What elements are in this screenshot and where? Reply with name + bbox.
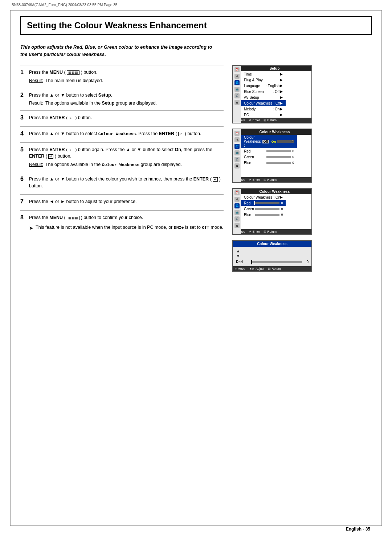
sidebar-icon-6: 🖥 (234, 100, 240, 105)
setup-screen-body: ⏰ 🔌 🌐 📺 🎵 🖥 Time ▶ Plug & Play (233, 71, 311, 118)
step-8-number: 8 (20, 211, 29, 236)
cw1-sidebar: ⏰ 🔌 🌐 📺 🎵 🖥 (233, 129, 241, 182)
red-value: 0 (306, 260, 309, 264)
setup-row-plug: Plug & Play ▶ (241, 77, 286, 83)
cw2-sidebar-icon-3: 🌐 (234, 203, 240, 208)
step-2-number: 2 (20, 88, 29, 111)
setup-menu-title: Setup (270, 66, 280, 70)
green-slider-1 (265, 156, 291, 158)
cw2-row-status: Colour Weakness : On ▶ (241, 194, 286, 200)
two-column-layout: 1 Press the MENU ( ▦▦▦ ) button. Result:… (20, 65, 372, 272)
cw2-sidebar-icon-1: ⏰ (234, 190, 240, 195)
setup-row-melody: Melody : On ▶ (241, 106, 286, 112)
cw2-screen-footer: ♦ Move ↵ Enter ⊞ Return (233, 229, 311, 234)
step-2-row: 2 Press the ▲ or ▼ button to select Setu… (20, 88, 224, 111)
step-3-number: 3 (20, 111, 29, 127)
screens-column: TV Setup ⏰ 🔌 🌐 📺 🎵 🖥 Tim (232, 65, 316, 272)
step-2-content: Press the ▲ or ▼ button to select Setup.… (29, 88, 224, 111)
cw-menu-title-1: Colour Weakness (260, 130, 290, 134)
content-area: Setting the Colour Weakness Enhancement … (20, 13, 372, 516)
setup-row-avsetup: AV Setup ▶ (241, 94, 286, 100)
title-box: Setting the Colour Weakness Enhancement (20, 16, 372, 35)
blue-slider-1 (265, 162, 291, 164)
setup-screen-footer: ♦ Move ↵ Enter ⊞ Return (233, 118, 311, 123)
step-3-content: Press the ENTER ( ↵ ) button. (29, 111, 224, 127)
step-1-content: Press the MENU ( ▦▦▦ ) button. Result: T… (29, 65, 224, 88)
cw-screen2-body: ⏰ 🔌 🌐 📺 🎵 🖥 Colour Weakness : On ▶ (233, 194, 311, 229)
setup-row-pc: PC ▶ (241, 112, 286, 118)
note-text: This feature is not available when the i… (36, 224, 223, 231)
blue-slider-2 (254, 214, 279, 216)
green-slider-2 (254, 208, 279, 210)
sidebar-icon-3: 🌐 (234, 80, 240, 85)
result-label-2: Result: (29, 100, 43, 107)
setup-screen: TV Setup ⏰ 🔌 🌐 📺 🎵 🖥 Tim (232, 65, 312, 123)
nav-arrows: ▲ ▼ (236, 248, 309, 259)
red-slider-2 (254, 202, 279, 204)
value-zero-badge: 0 (277, 140, 294, 143)
cw1-sidebar-icon-6: 🖥 (234, 163, 240, 168)
cw1-row-blue: Blue 0 (241, 160, 297, 166)
step-6-row: 6 Press the ▲ or ▼ button to select the … (20, 172, 224, 195)
off-badge: Off (262, 140, 269, 143)
adjust-menu-title: Colour Weakness (257, 242, 287, 246)
page-header: BN68-00746A(GAIA2_Euro_ENG) 2004/08/23 0… (0, 0, 392, 10)
cw2-sidebar-icon-4: 📺 (234, 210, 240, 215)
adjust-screen-body: ▲ ▼ Red 0 (233, 247, 311, 266)
step-4-row: 4 Press the ▲ or ▼ button to select Colo… (20, 126, 224, 142)
setup-row-colourweakness: Colour Weakness : Off ▶ (241, 100, 286, 106)
red-adjust-row: Red 0 (236, 259, 309, 265)
red-large-slider (251, 261, 302, 263)
adjust-screen-titlebar: Colour Weakness (233, 241, 311, 247)
cw1-sidebar-icon-3: 🌐 (234, 144, 240, 149)
cw-screen2-titlebar: TV Colour Weakness (233, 189, 311, 194)
cw2-menu-items: Colour Weakness : On ▶ Red 0 Green 0 (241, 194, 286, 229)
step-5-number: 5 (20, 142, 29, 172)
header-text: BN68-00746A(GAIA2_Euro_ENG) 2004/08/23 0… (12, 3, 117, 7)
cw1-sidebar-icon-4: 📺 (234, 150, 240, 155)
colour-weakness-screen-2: TV Colour Weakness ⏰ 🔌 🌐 📺 🎵 🖥 (232, 188, 312, 235)
cw1-row-green: Green 0 (241, 154, 297, 160)
page-footer: English - 35 (346, 527, 370, 532)
colour-weakness-screen-1: TV Colour Weakness ⏰ 🔌 🌐 📺 🎵 🖥 (232, 129, 312, 183)
cw2-sidebar-icon-5: 🎵 (234, 216, 240, 222)
step-8-row: 8 Press the MENU ( ▦▦▦ ) button to confi… (20, 211, 224, 236)
note-row: ➤ This feature is not available when the… (29, 224, 224, 232)
cw1-row-red: Red 0 (241, 148, 297, 154)
setup-screen-titlebar: TV Setup (233, 66, 311, 71)
sidebar-icon-4: 📺 (234, 87, 240, 92)
result-text-1: The main menu is displayed. (45, 77, 103, 84)
step-1-row: 1 Press the MENU ( ▦▦▦ ) button. Result:… (20, 65, 224, 88)
step-4-number: 4 (20, 126, 29, 142)
cw1-screen-footer: ♦ Move ↵ Enter ⊞ Return (233, 177, 311, 182)
setup-menu-items: Time ▶ Plug & Play ▶ Language : English … (241, 71, 286, 118)
step-6-number: 6 (20, 172, 29, 195)
cw-menu-title-2: Colour Weakness (260, 190, 290, 194)
step-4-content: Press the ▲ or ▼ button to select Colour… (29, 126, 224, 142)
intro-text: This option adjusts the Red, Blue, or Gr… (20, 44, 216, 58)
step-8-content: Press the MENU ( ▦▦▦ ) button to confirm… (29, 211, 224, 236)
sidebar-icon-1: ⏰ (234, 67, 240, 72)
result-label-5: Result: (29, 161, 43, 168)
cw2-row-blue: Blue 0 (241, 212, 286, 218)
cw2-row-red: Red 0 (241, 200, 286, 206)
colour-adjust-screen: Colour Weakness ▲ ▼ Red 0 (232, 240, 312, 272)
on-badge: On (271, 140, 276, 143)
cw2-sidebar: ⏰ 🔌 🌐 📺 🎵 🖥 (233, 189, 241, 234)
step-6-content: Press the ▲ or ▼ button to select the co… (29, 172, 224, 195)
setup-row-language: Language : English ▶ (241, 83, 286, 89)
cw1-row-status: Colour Weakness : Off On 0 (241, 135, 297, 148)
cw-screen1-titlebar: TV Colour Weakness (233, 129, 311, 135)
cw2-sidebar-icon-6: 🖥 (234, 223, 240, 228)
cw1-sidebar-icon-5: 🎵 (234, 157, 240, 162)
result-text-2: The options available in the Setup group… (45, 100, 157, 107)
step-5-content: Press the ENTER ( ↵ ) button again. Pres… (29, 142, 224, 172)
setup-row-time: Time ▶ (241, 71, 286, 77)
step-1-number: 1 (20, 65, 29, 88)
cw2-row-green: Green 0 (241, 206, 286, 212)
cw1-menu-items: Colour Weakness : Off On 0 Red 0 Green (241, 135, 297, 177)
cw1-sidebar-icon-2: 🔌 (234, 137, 240, 142)
note-arrow-icon: ➤ (29, 224, 33, 232)
setup-row-bluescreen: Blue Screen : Off ▶ (241, 89, 286, 94)
red-label: Red (236, 260, 249, 264)
